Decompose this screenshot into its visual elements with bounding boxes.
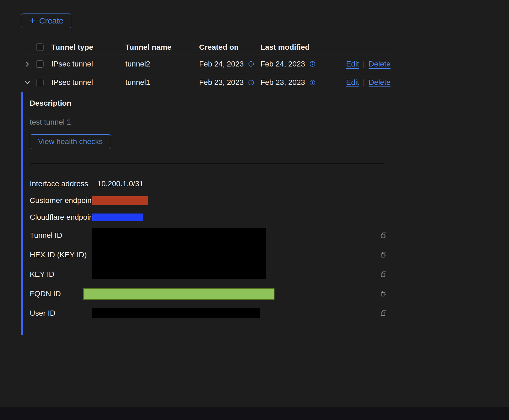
view-health-checks-button[interactable]: View health checks: [30, 134, 111, 149]
tunnels-table: Tunnel type Tunnel name Created on Last …: [21, 40, 392, 92]
tunnel-id-label: Tunnel ID: [30, 231, 92, 240]
row-checkbox-cell: [36, 60, 51, 68]
copy-icon: [380, 251, 387, 258]
fqdn-id-redacted-value: [83, 288, 274, 300]
interface-address-label: Interface address: [30, 179, 92, 188]
copy-hex-id-button[interactable]: [376, 251, 392, 258]
header-last-modified: Last modified: [260, 43, 346, 52]
key-id-label: KEY ID: [30, 270, 92, 279]
last-modified-value: Feb 23, 2023: [260, 78, 305, 87]
copy-key-id-button[interactable]: [376, 271, 392, 278]
copy-icon: [380, 271, 387, 278]
copy-icon: [380, 232, 387, 239]
created-on-cell: Feb 23, 2023: [199, 78, 260, 87]
actions-separator: |: [363, 78, 365, 87]
cloudflare-endpoint-redacted-value: [92, 214, 143, 221]
header-checkbox-cell: [36, 44, 51, 51]
tunnel-type-cell: IPsec tunnel: [51, 78, 125, 87]
create-button[interactable]: Create: [21, 14, 71, 28]
info-icon[interactable]: [309, 61, 316, 67]
user-id-label: User ID: [30, 309, 92, 318]
row-actions-cell: Edit | Delete: [346, 78, 397, 87]
table-header-row: Tunnel type Tunnel name Created on Last …: [21, 40, 392, 55]
chevron-right-icon: [24, 61, 31, 68]
ids-redacted-value: [92, 228, 266, 279]
table-row: IPsec tunnel tunnel2 Feb 24, 2023 Feb 24…: [21, 55, 392, 73]
id-fields-group: Tunnel ID HEX ID (KEY ID): [30, 226, 392, 284]
copy-user-id-button[interactable]: [376, 310, 392, 317]
row-checkbox-cell: [36, 79, 51, 86]
row-actions-cell: Edit | Delete: [346, 60, 397, 68]
row-checkbox[interactable]: [36, 60, 43, 68]
last-modified-cell: Feb 23, 2023: [260, 78, 346, 87]
detail-row-cloudflare-endpoint: Cloudflare endpoint: [30, 209, 392, 226]
detail-row-user-id: User ID: [30, 304, 392, 323]
last-modified-value: Feb 24, 2023: [260, 60, 305, 68]
copy-icon: [380, 290, 387, 297]
detail-row-interface-address: Interface address 10.200.1.0/31: [30, 175, 392, 192]
edit-link[interactable]: Edit: [346, 78, 359, 87]
user-id-redacted-value: [92, 308, 260, 318]
created-on-value: Feb 23, 2023: [199, 78, 244, 87]
details-divider: [30, 163, 384, 163]
expand-row-button[interactable]: [21, 61, 36, 68]
detail-row-fqdn-id: FQDN ID: [30, 284, 392, 304]
cloudflare-endpoint-label: Cloudflare endpoint: [30, 213, 92, 222]
detail-row-customer-endpoint: Customer endpoint: [30, 192, 392, 209]
details-fields: Interface address 10.200.1.0/31 Customer…: [30, 175, 392, 323]
tunnel-type-cell: IPsec tunnel: [51, 60, 125, 68]
copy-fqdn-id-button[interactable]: [376, 290, 392, 297]
info-icon[interactable]: [309, 79, 316, 86]
expanded-row-details: Description test tunnel 1 View health ch…: [21, 92, 392, 335]
plus-icon: [29, 17, 36, 24]
select-all-checkbox[interactable]: [36, 44, 43, 51]
customer-endpoint-label: Customer endpoint: [30, 196, 92, 205]
table-row: IPsec tunnel tunnel1 Feb 23, 2023 Feb 23…: [21, 73, 392, 92]
created-on-cell: Feb 24, 2023: [199, 60, 260, 68]
header-tunnel-name: Tunnel name: [125, 43, 199, 52]
tunnels-page: Create Tunnel type Tunnel name Created o…: [0, 0, 509, 420]
actions-separator: |: [363, 60, 365, 68]
description-value: test tunnel 1: [30, 118, 392, 127]
header-created-on: Created on: [199, 43, 260, 52]
interface-address-value: 10.200.1.0/31: [92, 179, 143, 188]
delete-link[interactable]: Delete: [369, 60, 391, 68]
created-on-value: Feb 24, 2023: [199, 60, 244, 68]
copy-icon: [380, 310, 387, 317]
tunnel-name-cell: tunnel1: [125, 78, 199, 87]
info-icon[interactable]: [248, 79, 254, 86]
copy-tunnel-id-button[interactable]: [376, 232, 392, 239]
last-modified-cell: Feb 24, 2023: [260, 60, 346, 68]
edit-link[interactable]: Edit: [346, 60, 359, 68]
collapse-row-button[interactable]: [21, 79, 36, 86]
page-bottom-strip: [0, 407, 509, 420]
chevron-down-icon: [24, 79, 31, 86]
info-icon[interactable]: [248, 61, 254, 67]
tunnel-name-cell: tunnel2: [125, 60, 199, 68]
create-button-label: Create: [39, 16, 63, 25]
hex-id-label: HEX ID (KEY ID): [30, 251, 92, 259]
row-checkbox[interactable]: [36, 79, 43, 86]
header-tunnel-type: Tunnel type: [51, 43, 125, 52]
delete-link[interactable]: Delete: [369, 78, 391, 87]
fqdn-id-label: FQDN ID: [30, 289, 92, 298]
view-health-checks-label: View health checks: [38, 137, 103, 146]
description-label: Description: [30, 99, 392, 108]
customer-endpoint-redacted-value: [92, 196, 148, 205]
